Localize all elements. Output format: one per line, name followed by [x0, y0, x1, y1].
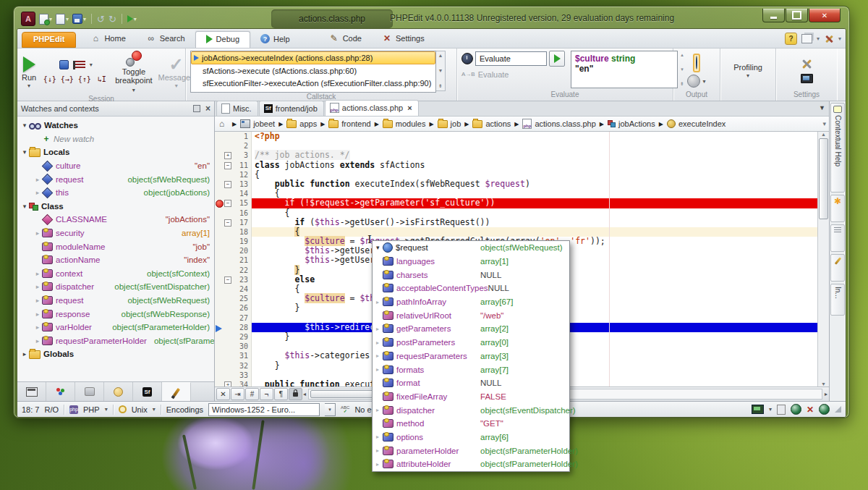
evaluate-combo[interactable]: Evaluate: [475, 51, 547, 66]
watch-row[interactable]: culture"en": [17, 159, 214, 173]
help-button[interactable]: ?: [785, 33, 797, 45]
breadcrumb-item[interactable]: jobActions: [608, 119, 655, 128]
chevron-right-icon[interactable]: ▸: [376, 434, 383, 440]
watch-row[interactable]: ▸thisobject(jobActions): [17, 186, 214, 200]
fold-toggle[interactable]: −: [224, 161, 232, 170]
watch-row[interactable]: ▸varHolderobject(sfParameterHolder): [17, 321, 214, 334]
chevron-right-icon[interactable]: ▸: [33, 189, 42, 196]
scroll-down-icon[interactable]: ▼: [821, 381, 826, 386]
step-button-1[interactable]: {→}: [59, 72, 75, 85]
gutter[interactable]: 25: [215, 294, 252, 303]
gutter[interactable]: 16: [215, 208, 252, 218]
fold-toggle[interactable]: −: [224, 179, 232, 189]
gutter[interactable]: 27: [215, 313, 252, 323]
tab-settings[interactable]: ✕Settings: [372, 30, 435, 48]
popup-header-row[interactable]: ▾$requestobject(sfWebRequest): [373, 241, 569, 255]
resize-grip[interactable]: [835, 406, 841, 413]
browser-output-button[interactable]: [693, 54, 700, 72]
toggle-breakpoint-button[interactable]: Togglebreakpoint ▾: [115, 51, 152, 95]
breadcrumb-item[interactable]: apps: [286, 119, 317, 128]
chevron-right-icon[interactable]: ▸: [376, 447, 383, 454]
popup-member-row[interactable]: ▸getParametersarray[2]: [373, 322, 569, 336]
globe-icon[interactable]: [791, 404, 801, 415]
chevron-down-icon[interactable]: ▾: [817, 35, 820, 42]
fold-toggle[interactable]: −: [224, 198, 232, 208]
gutter[interactable]: −13: [215, 179, 252, 189]
breadcrumb-item[interactable]: job: [438, 119, 461, 128]
watch-row[interactable]: ▸requestobject(sfWebRequest): [17, 294, 214, 308]
maximize-button[interactable]: [786, 9, 808, 22]
line-numbers-button[interactable]: #: [245, 388, 259, 400]
tab-home[interactable]: ⌂Home: [80, 30, 135, 48]
scroll-down-icon[interactable]: ▼: [438, 68, 443, 73]
gutter[interactable]: 29: [215, 332, 252, 342]
close-tab-icon[interactable]: ×: [407, 104, 412, 112]
editor-tab[interactable]: Misc.: [216, 101, 258, 116]
close-button[interactable]: ✕: [809, 9, 841, 22]
new-file-button[interactable]: ▾: [39, 14, 52, 25]
expander-icon[interactable]: ▸: [20, 350, 29, 358]
chevron-right-icon[interactable]: ▸: [33, 297, 42, 304]
gutter[interactable]: −15: [215, 198, 252, 208]
redo-button[interactable]: ↻: [109, 14, 116, 24]
watch-row[interactable]: ▾Watches: [17, 119, 214, 132]
gutter[interactable]: −11: [215, 161, 252, 170]
gutter[interactable]: −23: [215, 275, 252, 284]
open-file-button[interactable]: ▾: [56, 14, 69, 25]
tab-debug[interactable]: Debug: [195, 31, 250, 48]
close-task-icon[interactable]: ✕: [807, 405, 814, 415]
session-list-button[interactable]: [73, 61, 85, 69]
step-button-2[interactable]: {↑}: [77, 72, 92, 85]
popup-member-row[interactable]: ▸attributeHolderobject(sfParameterHolder…: [373, 457, 569, 471]
stop-button[interactable]: [59, 60, 69, 69]
breadcrumb-item[interactable]: modules: [383, 119, 426, 128]
callstack-list[interactable]: jobActions->executeIndex (actions.class.…: [190, 51, 436, 93]
output-secondary-icon[interactable]: [687, 75, 700, 88]
paragraph-marks-button[interactable]: ¶: [274, 388, 288, 400]
popup-member-row[interactable]: fixedFileArrayFALSE: [373, 390, 569, 404]
tab-favorites[interactable]: [830, 195, 845, 222]
popup-member-row[interactable]: ▸postParametersarray[0]: [373, 336, 569, 350]
gutter[interactable]: 33: [215, 371, 252, 380]
application-menu-button[interactable]: PHPEdit: [22, 32, 76, 48]
tab-database[interactable]: [75, 382, 104, 401]
chevron-down-icon[interactable]: ▾: [153, 406, 156, 413]
fold-toggle[interactable]: −: [224, 218, 232, 227]
tab-list-dropdown-icon[interactable]: ▼: [819, 104, 825, 111]
tab-insight[interactable]: In...: [830, 284, 845, 316]
watch-row[interactable]: ▾Locals: [17, 145, 214, 159]
chevron-right-icon[interactable]: ▸: [376, 352, 383, 359]
expander-icon[interactable]: ▾: [376, 244, 383, 251]
gutter[interactable]: 18: [215, 227, 252, 237]
readonly-lock-button[interactable]: [289, 388, 302, 400]
fold-expand-icon[interactable]: +: [224, 381, 231, 386]
breadcrumb-item[interactable]: actions: [472, 119, 511, 128]
gutter[interactable]: 22: [215, 266, 252, 275]
settings-tools-icon[interactable]: [800, 58, 813, 71]
gutter[interactable]: +34: [215, 380, 252, 386]
scroll-left-icon[interactable]: ◂: [303, 391, 306, 397]
chevron-right-icon[interactable]: ▸: [33, 337, 42, 345]
gutter[interactable]: 19: [215, 237, 252, 246]
gutter[interactable]: 1: [215, 132, 252, 141]
chevron-down-icon[interactable]: ▾: [325, 403, 336, 416]
tools-icon[interactable]: [824, 34, 834, 44]
gutter[interactable]: −17: [215, 218, 252, 227]
gutter[interactable]: 32: [215, 361, 252, 371]
popup-member-row[interactable]: method"GET": [373, 417, 569, 431]
evaluate-history-icon[interactable]: [461, 53, 473, 64]
gutter[interactable]: 31: [215, 351, 252, 360]
step-button-3[interactable]: ↳I: [94, 72, 109, 85]
titlebar[interactable]: A ▾ ▾ ▾ ↺ ↻ ▾ actions.class.php PHPEdit …: [17, 9, 846, 28]
watch-row[interactable]: actionName"index": [17, 253, 214, 267]
scrollbar-thumb[interactable]: [819, 138, 828, 219]
watch-row[interactable]: ▸contextobject(sfContext): [17, 267, 214, 281]
chevron-down-icon[interactable]: ▾: [838, 35, 841, 42]
fold-collapse-icon[interactable]: −: [224, 200, 231, 207]
special-chars-button[interactable]: ¬: [260, 388, 273, 400]
network-icon[interactable]: [819, 404, 830, 415]
pin-icon[interactable]: [193, 105, 200, 112]
fold-collapse-icon[interactable]: −: [224, 276, 231, 284]
gutter[interactable]: +3: [215, 151, 252, 160]
breakpoint-icon[interactable]: [215, 198, 224, 208]
